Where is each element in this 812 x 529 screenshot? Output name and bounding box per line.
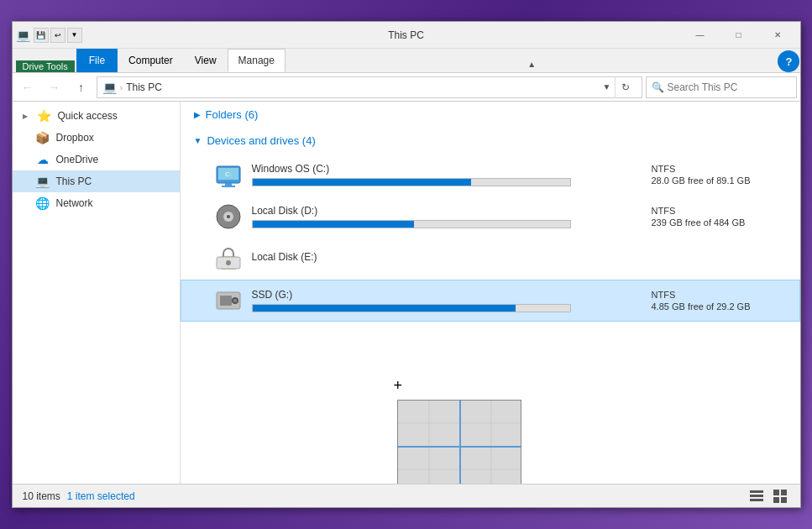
main-area: ▶ ⭐ Quick access 📦 Dropbox ☁ OneDrive 💻 …	[13, 102, 800, 484]
address-dropdown-btn[interactable]: ▼	[603, 82, 611, 92]
explorer-window: 💻 💾 ↩ ▼ This PC — □ ✕ Drive Tools File C…	[12, 21, 801, 508]
folders-arrow: ▶	[194, 110, 201, 119]
sidebar-label-quick-access: Quick access	[58, 110, 118, 122]
drive-d-meta: NTFS 239 GB free of 484 GB	[652, 206, 786, 228]
title-bar-left: 💻 💾 ↩ ▼	[16, 28, 681, 43]
maximize-button[interactable]: □	[720, 22, 758, 49]
drive-tools-label: Drive Tools	[16, 60, 75, 72]
drive-g-bar	[253, 305, 516, 312]
sidebar-label-this-pc: This PC	[56, 175, 92, 187]
refresh-button[interactable]: ↻	[615, 76, 637, 98]
svg-point-14	[233, 299, 237, 302]
status-view-icons	[747, 486, 790, 506]
search-input[interactable]	[668, 81, 794, 93]
drive-g-fs: NTFS	[652, 290, 786, 300]
pixel-grid-svg	[398, 401, 521, 484]
close-button[interactable]: ✕	[758, 22, 797, 49]
status-items-count: 10 items	[23, 490, 60, 502]
svg-rect-24	[750, 490, 763, 493]
svg-rect-26	[750, 499, 763, 501]
title-bar: 💻 💾 ↩ ▼ This PC — □ ✕	[13, 22, 800, 49]
address-bar[interactable]: 💻 › This PC ▼ ↻	[97, 76, 642, 98]
expand-arrow-quick: ▶	[23, 113, 31, 120]
up-button[interactable]: ↑	[70, 76, 93, 99]
window-icon: 💻	[16, 29, 30, 42]
undo-quick-btn[interactable]: ↩	[50, 28, 65, 43]
quick-access-toolbar: 💾 ↩ ▼	[34, 28, 82, 43]
drives-section-header[interactable]: ▼ Devices and drives (4)	[181, 128, 800, 154]
svg-rect-12	[220, 296, 232, 306]
sidebar-item-onedrive[interactable]: ☁ OneDrive	[13, 149, 180, 170]
tab-file[interactable]: File	[76, 49, 118, 72]
drive-ssd-g[interactable]: SSD (G:) NTFS 4.85 GB free of 29.2 GB	[181, 280, 800, 322]
ribbon: Drive Tools File Computer View Manage ▲ …	[13, 49, 800, 73]
forward-button[interactable]: →	[43, 76, 66, 99]
sidebar-item-network[interactable]: 🌐 Network	[13, 192, 180, 214]
sidebar-item-this-pc[interactable]: 💻 This PC	[13, 170, 180, 192]
large-icons-view-icon	[773, 490, 787, 503]
drive-g-meta: NTFS 4.85 GB free of 29.2 GB	[652, 290, 786, 312]
address-pc-icon: 💻	[102, 81, 117, 94]
drive-e-info: Local Disk (E:)	[252, 251, 642, 266]
network-icon: 🌐	[36, 196, 50, 210]
search-bar[interactable]: 🔍	[646, 76, 797, 98]
drive-tools-group: Drive Tools	[16, 60, 75, 72]
drive-d-info: Local Disk (D:)	[252, 205, 642, 228]
dropdown-quick-btn[interactable]: ▼	[67, 28, 82, 43]
sidebar-label-dropbox: Dropbox	[56, 132, 94, 144]
dropbox-icon: 📦	[36, 131, 50, 144]
drive-c-icon: C:	[215, 161, 242, 188]
svg-rect-3	[222, 186, 235, 187]
sidebar-item-quick-access[interactable]: ▶ ⭐ Quick access	[13, 105, 180, 127]
window-controls: — □ ✕	[681, 22, 797, 49]
drive-c-space: 28.0 GB free of 89.1 GB	[652, 175, 786, 186]
drive-g-info: SSD (G:)	[252, 289, 642, 312]
drive-windows-c[interactable]: C: Windows OS (C:) NTFS 28.0 GB free of …	[181, 154, 800, 196]
minimize-button[interactable]: —	[681, 22, 720, 49]
drive-e-name: Local Disk (E:)	[252, 251, 642, 263]
drive-c-name: Windows OS (C:)	[252, 163, 642, 175]
pixel-grid: (460 , 419) 217, 217, 217	[398, 401, 521, 484]
view-details-btn[interactable]	[747, 486, 767, 506]
cursor-plus-icon: +	[394, 377, 403, 395]
folders-section-header[interactable]: ▶ Folders (6)	[181, 102, 800, 128]
drive-g-icon	[215, 287, 242, 314]
sidebar-label-onedrive: OneDrive	[56, 154, 99, 165]
folders-section-title: Folders (6)	[206, 108, 259, 121]
drive-c-info: Windows OS (C:)	[252, 163, 642, 186]
drive-e-icon	[215, 245, 242, 272]
svg-rect-28	[781, 490, 787, 495]
drive-d-space: 239 GB free of 484 GB	[652, 217, 786, 228]
svg-point-7	[227, 215, 230, 218]
help-button[interactable]: ?	[778, 50, 799, 72]
drive-local-d[interactable]: Local Disk (D:) NTFS 239 GB free of 484 …	[181, 196, 800, 238]
tab-manage[interactable]: Manage	[228, 49, 286, 72]
svg-rect-25	[750, 495, 763, 497]
drive-local-e[interactable]: Local Disk (E:)	[181, 238, 800, 280]
tab-computer[interactable]: Computer	[118, 49, 184, 72]
status-bar: 10 items 1 item selected	[13, 484, 800, 507]
ribbon-tabs: Drive Tools File Computer View Manage ▲ …	[13, 49, 800, 72]
svg-text:C:: C:	[225, 170, 232, 178]
back-button[interactable]: ←	[16, 76, 39, 99]
drive-c-meta: NTFS 28.0 GB free of 89.1 GB	[652, 164, 786, 186]
drive-g-space: 4.85 GB free of 29.2 GB	[652, 301, 786, 312]
window-title: This PC	[388, 29, 424, 41]
status-selected: 1 item selected	[67, 490, 135, 502]
save-quick-btn[interactable]: 💾	[34, 28, 49, 43]
svg-rect-30	[781, 497, 787, 503]
drive-c-bar-container	[252, 178, 571, 186]
view-large-icons-btn[interactable]	[770, 486, 790, 506]
onedrive-icon: ☁	[36, 153, 50, 166]
drive-c-fs: NTFS	[652, 164, 786, 174]
ribbon-collapse-btn[interactable]: ▲	[523, 55, 540, 72]
address-current: This PC	[126, 81, 162, 93]
quick-access-icon: ⭐	[38, 109, 51, 123]
sidebar-item-dropbox[interactable]: 📦 Dropbox	[13, 127, 180, 149]
nav-bar: ← → ↑ 💻 › This PC ▼ ↻ 🔍	[13, 73, 800, 102]
drives-arrow: ▼	[194, 136, 202, 145]
pixel-preview-tooltip: (460 , 419) 217, 217, 217	[397, 400, 521, 484]
drive-c-bar	[253, 179, 472, 186]
tab-view[interactable]: View	[184, 49, 228, 72]
svg-rect-2	[225, 183, 232, 186]
